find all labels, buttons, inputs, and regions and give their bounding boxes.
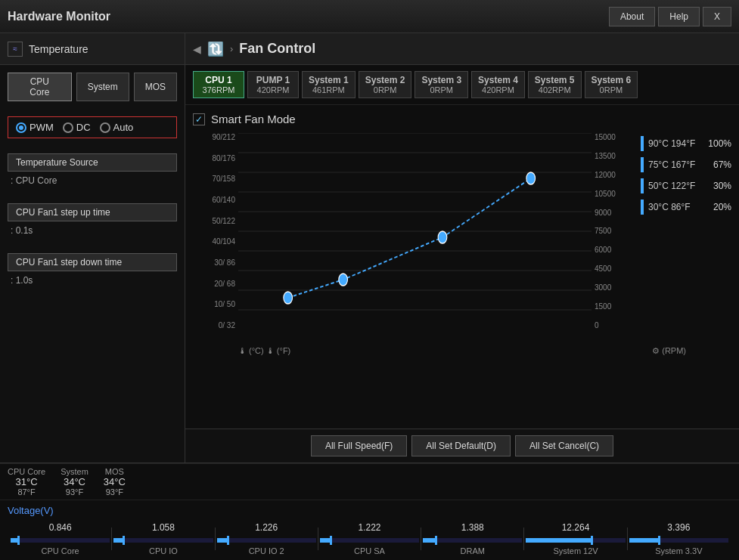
top-section: ≈ Temperature CPU Core System MOS PWM DC	[0, 33, 739, 463]
status-mos: MOS 34°C 93°F	[104, 467, 126, 497]
tab-system[interactable]: System	[76, 73, 129, 101]
legend-item-2: 75°C 167°F 67%	[641, 157, 731, 172]
voltage-divider-3	[318, 528, 318, 550]
dc-radio[interactable]: DC	[63, 122, 91, 133]
pwm-radio[interactable]: PWM	[16, 122, 54, 133]
fan-tab-system-4[interactable]: System 4420RPM	[471, 71, 525, 98]
dc-radio-circle	[63, 122, 73, 133]
fan-tab-pump-1[interactable]: PUMP 1420RPM	[247, 71, 299, 98]
legend-bar-4	[641, 200, 644, 215]
help-button[interactable]: Help	[658, 7, 700, 26]
voltage-divider-1	[111, 528, 112, 550]
voltage-item-cpu-sa: 1.222 CPU SA	[320, 522, 419, 555]
temp-source-button[interactable]: Temperature Source	[8, 153, 177, 172]
temp-panel: ≈ Temperature CPU Core System MOS PWM DC	[0, 33, 185, 463]
step-down-button[interactable]: CPU Fan1 step down time	[8, 253, 177, 271]
tab-mos[interactable]: MOS	[134, 73, 177, 101]
fan-curve-chart[interactable]	[238, 133, 592, 330]
voltage-bars: 0.846 CPU Core 1.058 CPU IO 1.226 CPU IO…	[8, 522, 731, 555]
nav-separator: ›	[230, 43, 233, 54]
step-up-value: : 0.1s	[8, 223, 177, 238]
nav-back-icon[interactable]: ◀	[193, 43, 201, 55]
pwm-label: PWM	[29, 122, 54, 133]
fan-icon: 🔃	[207, 41, 224, 57]
temp-source-block: Temperature Source : CPU Core	[8, 153, 177, 188]
set-cancel-button[interactable]: All Set Cancel(C)	[515, 435, 613, 456]
fan-tab-system-5[interactable]: System 5402RPM	[528, 71, 582, 98]
voltage-item-cpu-core: 0.846 CPU Core	[11, 522, 110, 555]
chart-legend: 90°C 194°F 100% 75°C 167°F 67% 50°C 122°…	[633, 133, 731, 345]
temp-source-value: : CPU Core	[8, 173, 177, 188]
fan-tab-cpu-1[interactable]: CPU 1376RPM	[193, 71, 244, 98]
set-default-button[interactable]: All Set Default(D)	[411, 435, 511, 456]
fan-panel-title: Fan Control	[239, 41, 315, 57]
fan-tab-system-1[interactable]: System 1461RPM	[302, 71, 356, 98]
app-title: Hardware Monitor	[8, 10, 606, 23]
chart-container: 90/212 80/176 70/158 60/140 50/122 40/10…	[193, 133, 731, 345]
temp-tabs: CPU Core System MOS	[0, 65, 185, 109]
smart-fan-area: ✓ Smart Fan Mode 90/212 80/176 70/158 60…	[185, 105, 739, 429]
temp-panel-header: ≈ Temperature	[0, 33, 185, 65]
pwm-radio-circle	[16, 122, 26, 133]
voltage-item-cpu-io: 1.058 CPU IO	[113, 522, 213, 555]
fan-panel: ◀ 🔃 › Fan Control CPU 1376RPMPUMP 1420RP…	[185, 33, 739, 463]
curve-point-1	[284, 292, 293, 304]
legend-bar-1	[641, 136, 644, 151]
temp-panel-title: Temperature	[29, 43, 88, 55]
mode-group: PWM DC Auto	[8, 116, 177, 138]
close-button[interactable]: X	[703, 7, 731, 26]
chart-y-right-labels: 15000 13500 12000 10500 9000 7500 6000 4…	[592, 133, 633, 345]
smart-fan-header: ✓ Smart Fan Mode	[193, 113, 731, 125]
title-bar: Hardware Monitor About Help X	[0, 0, 739, 33]
step-down-block: CPU Fan1 step down time : 1.0s	[8, 253, 177, 288]
voltage-divider-6	[627, 528, 628, 550]
voltage-divider-5	[523, 528, 524, 550]
step-down-value: : 1.0s	[8, 273, 177, 288]
legend-item-4: 30°C 86°F 20%	[641, 200, 731, 215]
legend-bar-2	[641, 157, 644, 172]
bottom-controls: All Full Speed(F) All Set Default(D) All…	[185, 429, 739, 463]
voltage-item-dram: 1.388 DRAM	[423, 522, 522, 555]
curve-point-4	[526, 172, 536, 184]
fan-panel-header: ◀ 🔃 › Fan Control	[185, 33, 739, 65]
legend-bar-3	[641, 178, 644, 193]
step-up-block: CPU Fan1 step up time : 0.1s	[8, 203, 177, 238]
chart-x-labels: 🌡 (°C) 🌡 (°F) ⚙ (RPM)	[193, 346, 731, 356]
legend-item-1: 90°C 194°F 100%	[641, 136, 731, 151]
dc-label: DC	[76, 122, 91, 133]
voltage-section: Voltage(V) 0.846 CPU Core 1.058 CPU IO 1…	[0, 500, 739, 560]
auto-radio[interactable]: Auto	[100, 122, 134, 133]
main-container: ≈ Temperature CPU Core System MOS PWM DC	[0, 33, 739, 560]
status-cpu-core: CPU Core 31°C 87°F	[8, 467, 45, 497]
fan-tabs: CPU 1376RPMPUMP 1420RPMSystem 1461RPMSys…	[185, 65, 739, 105]
fan-tab-system-3[interactable]: System 30RPM	[415, 71, 468, 98]
auto-label: Auto	[113, 122, 134, 133]
voltage-item-cpu-io-2: 1.226 CPU IO 2	[217, 522, 316, 555]
status-bar: CPU Core 31°C 87°F System 34°C 93°F MOS …	[0, 463, 739, 500]
voltage-item-system-3.3v: 3.396 System 3.3V	[629, 522, 728, 555]
smart-fan-checkbox[interactable]: ✓	[193, 113, 205, 125]
fan-tab-system-2[interactable]: System 20RPM	[359, 71, 412, 98]
legend-item-3: 50°C 122°F 30%	[641, 178, 731, 193]
pwm-radio-dot	[19, 125, 23, 130]
voltage-item-system-12v: 12.264 System 12V	[526, 522, 625, 555]
step-up-button[interactable]: CPU Fan1 step up time	[8, 203, 177, 221]
status-system: System 34°C 93°F	[61, 467, 88, 497]
voltage-title: Voltage(V)	[8, 505, 731, 516]
about-button[interactable]: About	[609, 7, 655, 26]
curve-point-2	[339, 274, 348, 286]
voltage-divider-2	[215, 528, 216, 550]
curve-point-3	[438, 231, 447, 243]
full-speed-button[interactable]: All Full Speed(F)	[311, 435, 407, 456]
voltage-divider-4	[421, 528, 421, 550]
chart-y-left-labels: 90/212 80/176 70/158 60/140 50/122 40/10…	[193, 133, 238, 345]
auto-radio-circle	[100, 122, 110, 133]
tab-cpu-core[interactable]: CPU Core	[8, 73, 72, 101]
temp-icon: ≈	[8, 42, 23, 57]
smart-fan-title: Smart Fan Mode	[211, 113, 296, 125]
chart-main[interactable]	[238, 133, 592, 345]
fan-tab-system-6[interactable]: System 60RPM	[585, 71, 638, 98]
